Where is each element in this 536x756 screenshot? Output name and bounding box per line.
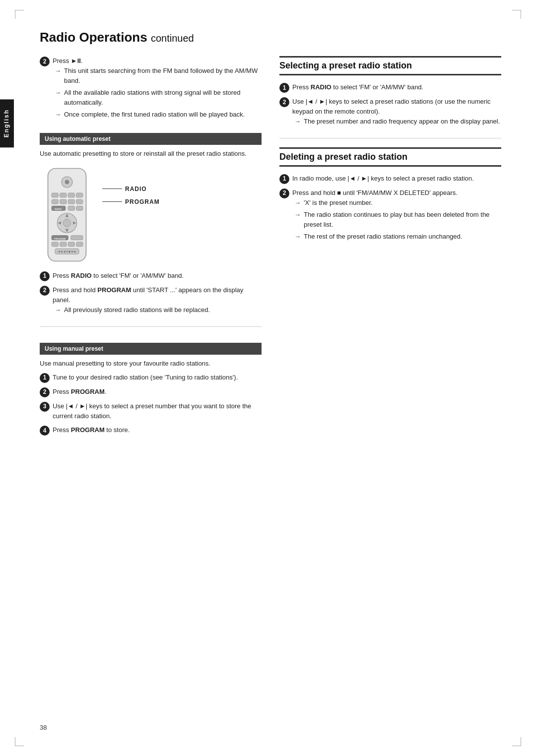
svg-rect-24: [52, 242, 58, 247]
step-a1: 1 Press RADIO to select 'FM' or 'AM/MW' …: [40, 271, 262, 281]
corner-mark-tr: [512, 10, 521, 19]
step-m4-number: 4: [40, 426, 50, 436]
manual-preset-desc: Use manual presetting to store your favo…: [40, 359, 262, 369]
right-column: Selecting a preset radio station 1 Press…: [279, 56, 501, 440]
svg-text:◄◄  ►II  ■  ►►: ◄◄ ►II ■ ►►: [58, 250, 76, 253]
step-s2-content: Use |◄ / ►| keys to select a preset radi…: [292, 97, 501, 129]
step-d1-content: In radio mode, use |◄ / ►| keys to selec…: [292, 174, 501, 184]
step-2-arrow-2: → All the available radio stations with …: [55, 88, 262, 107]
svg-rect-14: [76, 206, 83, 210]
svg-rect-27: [76, 242, 83, 247]
step-d2-arrow-2-text: The radio station continues to play but …: [304, 210, 501, 229]
step-d2-arrow-2: → The radio station continues to play bu…: [294, 210, 501, 229]
corner-mark-tl: [15, 10, 24, 19]
step-2-arrow-3: → Once complete, the first tuned radio s…: [55, 110, 262, 120]
title-continued: continued: [151, 33, 194, 44]
remote-label-group: RADIO PROGRAM: [102, 166, 160, 205]
radio-label-text: RADIO: [125, 186, 147, 192]
corner-mark-br: [512, 737, 521, 746]
svg-point-2: [65, 180, 69, 184]
svg-rect-25: [60, 242, 67, 247]
radio-label: RADIO: [102, 186, 160, 192]
program-label: PROGRAM: [102, 198, 160, 205]
svg-rect-5: [68, 193, 74, 197]
left-column: 2 Press ►II. → This unit starts searchin…: [40, 56, 262, 440]
step-m1-content: Tune to your desired radio station (see …: [53, 373, 262, 383]
remote-svg: RADIO PROGRAM: [40, 166, 94, 264]
svg-rect-8: [60, 199, 67, 204]
step-d2-arrow-3: → The rest of the preset radio stations …: [294, 232, 501, 242]
svg-text:PROGRAM: PROGRAM: [54, 237, 66, 240]
step-m2: 2 Press PROGRAM.: [40, 387, 262, 397]
step-2-text: Press ►II.: [53, 57, 83, 64]
remote-illustration: RADIO PROGRAM: [40, 166, 262, 264]
step-m1: 1 Tune to your desired radio station (se…: [40, 373, 262, 383]
page-title: Radio Operations continued: [40, 30, 501, 45]
step-d2-arrow-1: → 'X' is the preset number.: [294, 198, 501, 208]
step-s1-content: Press RADIO to select 'FM' or 'AM/MW' ba…: [292, 82, 501, 93]
svg-rect-10: [76, 199, 83, 204]
step-m4-content: Press PROGRAM to store.: [53, 425, 262, 436]
step-a2-content: Press and hold PROGRAM until 'START ...'…: [53, 285, 262, 317]
step-a2-arrow-1: → All previously stored radio stations w…: [55, 305, 262, 315]
step-m1-number: 1: [40, 373, 50, 383]
step-d2-arrow-1-text: 'X' is the preset number.: [304, 198, 373, 208]
step-m4: 4 Press PROGRAM to store.: [40, 425, 262, 436]
svg-rect-9: [68, 199, 74, 204]
step-m3-number: 3: [40, 402, 50, 412]
step-a2-arrow-1-text: All previously stored radio stations wil…: [64, 305, 210, 315]
auto-preset-bar: Using automatic preset: [40, 133, 262, 145]
two-column-layout: 2 Press ►II. → This unit starts searchin…: [40, 56, 501, 440]
svg-rect-23: [71, 236, 83, 240]
svg-rect-4: [60, 193, 67, 197]
step-s1-number: 1: [279, 83, 289, 93]
step-d2: 2 Press and hold ■ until 'FM/AM/MW X DEL…: [279, 188, 501, 244]
step-m2-number: 2: [40, 387, 50, 397]
step-2-arrow-3-text: Once complete, the first tuned radio sta…: [64, 110, 245, 120]
step-s2-text: Use |◄ / ►| keys to select a preset radi…: [292, 98, 491, 115]
step-s2: 2 Use |◄ / ►| keys to select a preset ra…: [279, 97, 501, 129]
svg-rect-26: [68, 242, 74, 247]
step-s2-arrow-1: → The preset number and radio frequency …: [294, 117, 501, 126]
step-a2: 2 Press and hold PROGRAM until 'START ..…: [40, 285, 262, 317]
step-d2-arrow-3-text: The rest of the preset radio stations re…: [304, 232, 462, 242]
svg-rect-13: [68, 206, 74, 210]
step-2-arrow-2-text: All the available radio stations with st…: [64, 88, 262, 107]
svg-rect-7: [52, 199, 58, 204]
step-2-number: 2: [40, 57, 50, 66]
step-a2-number: 2: [40, 286, 50, 296]
step-s1: 1 Press RADIO to select 'FM' or 'AM/MW' …: [279, 82, 501, 93]
auto-preset-desc: Use automatic presetting to store or rei…: [40, 149, 262, 159]
select-section-header: Selecting a preset radio station: [279, 56, 501, 75]
step-2-arrow-1-text: This unit starts searching from the FM b…: [64, 66, 262, 85]
svg-text:RADIO: RADIO: [55, 208, 62, 210]
page: English Radio Operations continued 2 Pre…: [0, 0, 536, 756]
step-d1: 1 In radio mode, use |◄ / ►| keys to sel…: [279, 174, 501, 184]
page-number: 38: [40, 724, 47, 731]
step-m2-content: Press PROGRAM.: [53, 387, 262, 397]
divider-delete: [279, 138, 501, 138]
manual-preset-bar: Using manual preset: [40, 343, 262, 355]
step-s2-arrow-1-text: The preset number and radio frequency ap…: [304, 117, 500, 126]
step-a1-content: Press RADIO to select 'FM' or 'AM/MW' ba…: [53, 271, 262, 281]
step-d1-number: 1: [279, 174, 289, 184]
step-2-arrow-1: → This unit starts searching from the FM…: [55, 66, 262, 85]
svg-rect-6: [76, 193, 83, 197]
step-2-press: 2 Press ►II. → This unit starts searchin…: [40, 56, 262, 122]
language-tab: English: [0, 99, 14, 147]
svg-point-16: [63, 219, 70, 227]
step-m3: 3 Use |◄ / ►| keys to select a preset nu…: [40, 401, 262, 421]
divider-manual: [40, 326, 262, 327]
corner-mark-bl: [15, 737, 24, 746]
title-main: Radio Operations: [40, 30, 147, 45]
step-s2-number: 2: [279, 97, 289, 107]
program-label-text: PROGRAM: [125, 198, 160, 205]
step-m3-content: Use |◄ / ►| keys to select a preset numb…: [53, 401, 262, 421]
delete-section-header: Deleting a preset radio station: [279, 147, 501, 167]
svg-rect-3: [52, 193, 58, 197]
step-d2-number: 2: [279, 189, 289, 198]
step-a1-number: 1: [40, 271, 50, 281]
step-d2-content: Press and hold ■ until 'FM/AM/MW X DELET…: [292, 188, 501, 244]
